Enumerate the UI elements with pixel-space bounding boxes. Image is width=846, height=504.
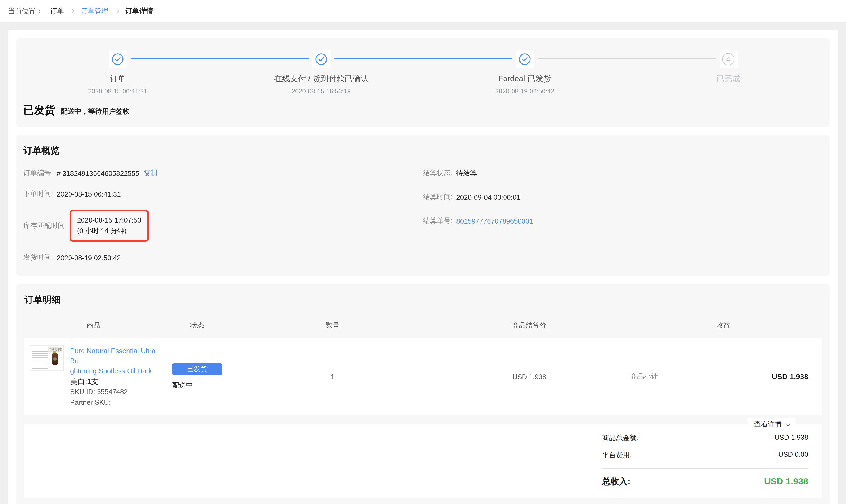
overview-left-column: 订单编号: # 31824913664605822555 复制 下单时间: 20…	[23, 168, 423, 262]
section-title-details: 订单明细	[24, 294, 822, 306]
order-detail-card: 订单 2020-08-15 06:41:31 在线支付 / 货到付款已确认 20…	[8, 30, 838, 504]
bottle-graphic	[52, 353, 58, 365]
step-time	[627, 88, 830, 95]
subtotal-label: 商品小计	[630, 372, 658, 381]
settlement-time-label: 结算时间:	[423, 192, 453, 202]
product-partner-sku: Partner SKU:	[70, 397, 163, 408]
order-details-panel: 订单明细 商品 状态 数量 商品结算价 收益 净肤淡斑精油	[16, 284, 830, 504]
platform-fee-label: 平台费用:	[602, 450, 632, 460]
order-time-label: 下单时间:	[23, 189, 53, 199]
step-time: 2020-08-15 16:53:19	[219, 88, 423, 95]
progress-steps: 订单 2020-08-15 06:41:31 在线支付 / 货到付款已确认 20…	[16, 50, 830, 95]
step-label: 订单	[16, 74, 219, 84]
order-status-title: 已发货	[23, 103, 55, 118]
view-details-toggle[interactable]: 查看详情	[748, 418, 796, 430]
product-image-text-area	[32, 347, 48, 368]
platform-fee-value: USD 0.00	[778, 450, 808, 460]
product-title-line1: Pure Natural Essential Ultra Bri	[70, 347, 155, 365]
delivery-status: 配送中	[172, 380, 222, 390]
order-totals: 查看详情 商品总金额: USD 1.938 平台费用: USD 0.00 总收入…	[24, 424, 822, 498]
chevron-right-icon	[70, 9, 75, 14]
order-time-row: 下单时间: 2020-08-15 06:41:31	[23, 189, 423, 199]
stock-match-label: 库存匹配时间	[23, 221, 65, 231]
step-number: 4	[722, 53, 735, 65]
settlement-number-label: 结算单号:	[423, 216, 453, 226]
product-title-line2: ghtening Spotless Oil Dark	[70, 367, 152, 375]
order-detail-page: 当前位置： 订单 订单管理 订单详情 订单 2020-08-15 06:41:3…	[0, 0, 846, 504]
copy-order-number-link[interactable]: 复制	[143, 168, 157, 178]
order-progress-panel: 订单 2020-08-15 06:41:31 在线支付 / 货到付款已确认 20…	[16, 38, 830, 127]
table-row: 净肤淡斑精油 Pure Natural Essential Ultra Bri …	[24, 338, 822, 415]
settlement-number-row: 结算单号: 80159777670789650001	[423, 216, 823, 226]
order-number-row: 订单编号: # 31824913664605822555 复制	[23, 168, 423, 178]
column-header-settlement-price: 商品结算价	[434, 321, 625, 330]
table-header: 商品 状态 数量 商品结算价 收益	[24, 313, 822, 338]
settlement-price-cell: USD 1.938	[434, 373, 625, 380]
status-cell: 已发货 配送中	[163, 363, 232, 390]
step-shipped: Fordeal 已发货 2020-08-19 02:50:42	[423, 50, 627, 95]
ship-time-label: 发货时间:	[23, 253, 53, 262]
product-title-link[interactable]: Pure Natural Essential Ultra Bri ghtenin…	[70, 346, 163, 376]
status-badge: 已发货	[172, 363, 222, 375]
step-completed: 4 已完成	[627, 50, 830, 95]
step-label: 已完成	[627, 74, 830, 84]
product-cell: 净肤淡斑精油 Pure Natural Essential Ultra Bri …	[24, 345, 163, 408]
step-time: 2020-08-19 02:50:42	[423, 88, 627, 95]
step-label: Fordeal 已发货	[423, 74, 627, 84]
ship-time-value: 2020-08-19 02:50:42	[57, 254, 121, 262]
order-time-value: 2020-08-15 06:41:31	[57, 190, 121, 198]
step-number-icon: 4	[719, 50, 737, 68]
check-circle-icon	[516, 50, 534, 68]
stock-match-row: 库存匹配时间 2020-08-15 17:07:50 (0 小时 14 分钟)	[23, 210, 423, 242]
order-number-value: # 31824913664605822555	[57, 169, 139, 177]
breadcrumb: 当前位置： 订单 订单管理 订单详情	[0, 0, 846, 22]
order-status-line: 已发货 配送中，等待用户签收	[23, 103, 830, 118]
quantity-cell: 1	[232, 373, 434, 380]
totals-divider	[602, 468, 808, 469]
column-header-product: 商品	[24, 321, 163, 330]
platform-fee-row: 平台费用: USD 0.00	[602, 450, 808, 460]
stock-match-duration: (0 小时 14 分钟)	[77, 226, 141, 236]
settlement-status-row: 结算状态: 待结算	[423, 168, 823, 178]
check-circle-icon	[109, 50, 127, 68]
total-income-label: 总收入:	[602, 476, 631, 488]
ship-time-row: 发货时间: 2020-08-19 02:50:42	[23, 253, 423, 262]
breadcrumb-item-order-management[interactable]: 订单管理	[81, 6, 108, 16]
step-label: 在线支付 / 货到付款已确认	[219, 74, 423, 84]
product-sku: SKU ID: 35547482	[70, 386, 163, 397]
breadcrumb-item-orders[interactable]: 订单	[50, 6, 64, 16]
subtotal-value: USD 1.938	[772, 372, 808, 381]
overview-grid: 订单编号: # 31824913664605822555 复制 下单时间: 20…	[23, 168, 823, 262]
chevron-right-icon	[115, 9, 119, 14]
check-circle-icon	[312, 50, 330, 68]
overview-right-column: 结算状态: 待结算 结算时间: 2020-09-04 00:00:01 结算单号…	[423, 168, 823, 262]
stock-match-highlight-box: 2020-08-15 17:07:50 (0 小时 14 分钟)	[70, 210, 148, 242]
settlement-status-value: 待结算	[456, 168, 477, 178]
total-amount-value: USD 1.938	[775, 433, 808, 443]
breadcrumb-prefix: 当前位置：	[8, 6, 42, 16]
step-payment-confirmed: 在线支付 / 货到付款已确认 2020-08-15 16:53:19	[219, 50, 423, 95]
profit-cell: 商品小计 USD 1.938	[625, 372, 822, 381]
order-overview-panel: 订单概览 订单编号: # 31824913664605822555 复制 下单时…	[16, 135, 830, 276]
stock-match-time: 2020-08-15 17:07:50	[77, 215, 141, 226]
step-order: 订单 2020-08-15 06:41:31	[16, 50, 219, 95]
column-header-quantity: 数量	[232, 321, 434, 330]
settlement-time-value: 2020-09-04 00:00:01	[456, 193, 520, 201]
order-number-label: 订单编号:	[23, 168, 53, 178]
settlement-number-link[interactable]: 80159777670789650001	[456, 217, 533, 225]
step-time: 2020-08-15 06:41:31	[16, 88, 219, 95]
column-header-profit: 收益	[625, 321, 822, 330]
order-status-desc: 配送中，等待用户签收	[60, 107, 130, 116]
product-image-bottle-area: 净肤淡斑精油	[48, 347, 61, 368]
section-title-overview: 订单概览	[23, 144, 823, 157]
product-spec: 美白;1支	[70, 377, 163, 386]
settlement-status-label: 结算状态:	[423, 168, 453, 178]
product-info: Pure Natural Essential Ultra Bri ghtenin…	[70, 345, 163, 408]
totals-summary: 商品总金额: USD 1.938 平台费用: USD 0.00 总收入: USD…	[602, 433, 808, 488]
breadcrumb-item-order-detail: 订单详情	[125, 6, 153, 16]
settlement-time-row: 结算时间: 2020-09-04 00:00:01	[423, 192, 823, 202]
column-header-status: 状态	[163, 321, 232, 330]
total-income-value: USD 1.938	[764, 476, 808, 487]
total-income-row: 总收入: USD 1.938	[602, 476, 808, 488]
product-image[interactable]: 净肤淡斑精油	[30, 345, 64, 371]
